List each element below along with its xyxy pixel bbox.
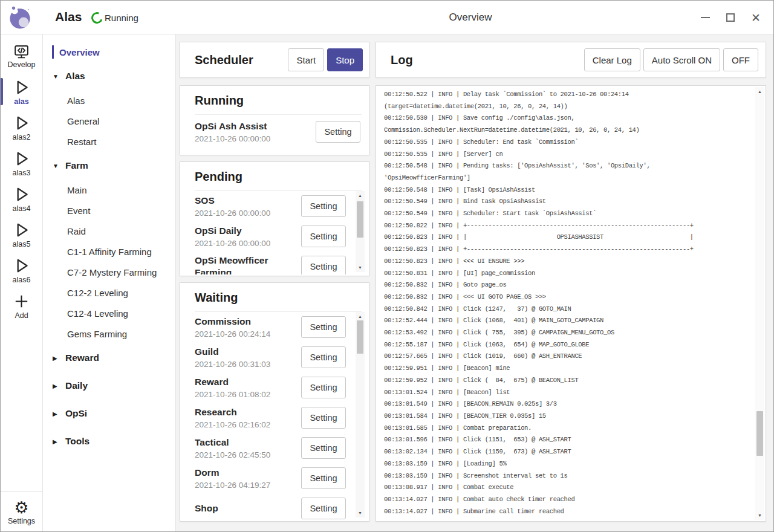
nav-item-event[interactable]: Event <box>43 200 175 221</box>
code-monitor-icon <box>13 44 30 60</box>
rail-items: Developalasalas2alas3alas4alas5alas6Add <box>1 38 42 323</box>
auto-scroll-off-button[interactable]: OFF <box>723 48 758 71</box>
nav-item-c1-1-affinity-farming[interactable]: C1-1 Affinity Farming <box>43 241 175 262</box>
task-setting-button[interactable]: Setting <box>316 121 360 143</box>
minimize-icon <box>701 17 710 18</box>
nav-item-gems-farming[interactable]: Gems Farming <box>43 323 175 344</box>
close-button[interactable]: ✕ <box>743 5 769 30</box>
task-row: OpSi Ash Assist2021-10-26 00:00:00Settin… <box>195 115 360 145</box>
nav-item-c7-2-mystery-farming[interactable]: C7-2 Mystery Farming <box>43 262 175 282</box>
scroll-up-icon[interactable]: ▲ <box>356 191 365 200</box>
rail-item-alas6[interactable]: alas6 <box>1 252 42 288</box>
nav-group-label: OpSi <box>65 408 87 419</box>
task-name: Guild <box>195 346 298 358</box>
rail-item-alas3[interactable]: alas3 <box>1 145 42 181</box>
waiting-title: Waiting <box>195 283 360 311</box>
task-time: 2021-10-26 00:00:00 <box>195 239 298 248</box>
task-row: Guild2021-10-26 00:31:03Setting <box>195 342 346 372</box>
task-name: OpSi Ash Assist <box>195 120 312 132</box>
task-time: 2021-10-26 00:31:03 <box>195 360 298 369</box>
instance-rail: Developalasalas2alas3alas4alas5alas6Add … <box>1 34 43 531</box>
nav-group-label: Reward <box>65 352 99 363</box>
nav-group-alas[interactable]: ▼Alas <box>43 62 175 90</box>
nav-group-reward[interactable]: ▶Reward <box>43 344 175 372</box>
task-setting-button[interactable]: Setting <box>301 467 346 489</box>
running-task-list: OpSi Ash Assist2021-10-26 00:00:00Settin… <box>195 115 360 145</box>
pending-panel: Pending SOS2021-10-26 00:00:00SettingOpS… <box>180 161 369 276</box>
task-row: ShopSetting <box>195 493 346 520</box>
play-icon <box>12 185 31 204</box>
nav-group-daily[interactable]: ▶Daily <box>43 372 175 400</box>
task-setting-button[interactable]: Setting <box>301 346 346 368</box>
nav-item-c12-2-leveling[interactable]: C12-2 Leveling <box>43 282 175 303</box>
scrollbar-thumb[interactable] <box>357 320 363 354</box>
titlebar: Alas Running Overview ✕ <box>1 1 773 34</box>
auto-scroll-on-button[interactable]: Auto Scroll ON <box>643 48 720 71</box>
task-row: Dorm2021-10-26 04:19:27Setting <box>195 463 346 493</box>
nav-group-farm[interactable]: ▼Farm <box>43 152 175 180</box>
task-row: OpSi Daily2021-10-26 00:00:00Setting <box>195 221 346 251</box>
play-icon <box>12 78 31 97</box>
nav-item-restart[interactable]: Restart <box>43 131 175 152</box>
task-name: Dorm <box>195 467 298 479</box>
app-status: Running <box>91 1 138 34</box>
rail-item-alas4[interactable]: alas4 <box>1 181 42 216</box>
scrollbar-thumb[interactable] <box>357 201 363 238</box>
task-time: 2021-10-26 00:00:00 <box>195 209 298 218</box>
rail-item-alas[interactable]: alas <box>1 74 42 109</box>
task-row: Tactical2021-10-26 02:45:50Setting <box>195 433 346 463</box>
clear-log-button[interactable]: Clear Log <box>584 48 640 71</box>
maximize-button[interactable] <box>718 5 743 30</box>
task-row: OpSi Meowfficer FarmingSetting <box>195 251 346 274</box>
scroll-down-icon[interactable]: ▼ <box>356 263 365 272</box>
scroll-up-icon[interactable]: ▲ <box>356 312 365 321</box>
task-setting-button[interactable]: Setting <box>301 225 346 247</box>
task-setting-button[interactable]: Setting <box>301 316 346 338</box>
nav-item-c12-4-leveling[interactable]: C12-4 Leveling <box>43 303 175 323</box>
nav-item-overview[interactable]: Overview <box>43 42 175 62</box>
running-spinner-icon <box>89 10 105 25</box>
task-setting-button[interactable]: Setting <box>301 498 346 519</box>
task-row: Reward2021-10-26 01:08:02Setting <box>195 372 346 403</box>
task-info: SOS2021-10-26 00:00:00 <box>195 195 301 218</box>
play-icon <box>12 149 31 168</box>
task-setting-button[interactable]: Setting <box>301 195 346 217</box>
task-info: OpSi Daily2021-10-26 00:00:00 <box>195 225 301 248</box>
app-status-text: Running <box>105 13 138 23</box>
task-setting-button[interactable]: Setting <box>301 437 346 459</box>
pending-scrollbar[interactable]: ▲ ▼ <box>356 191 365 272</box>
rail-item-add[interactable]: Add <box>1 288 42 323</box>
scroll-down-icon[interactable]: ▼ <box>755 511 764 520</box>
nav-group-tools[interactable]: ▶Tools <box>43 427 175 455</box>
sidebar-item-settings[interactable]: ⚙ Settings <box>1 491 42 531</box>
nav-item-main[interactable]: Main <box>43 180 175 200</box>
scrollbar-thumb[interactable] <box>756 411 763 456</box>
nav-item-general[interactable]: General <box>43 111 175 131</box>
close-icon: ✕ <box>751 12 761 24</box>
waiting-scrollbar[interactable]: ▲ ▼ <box>356 312 365 517</box>
play-icon <box>12 114 31 132</box>
rail-item-develop[interactable]: Develop <box>1 38 42 74</box>
play-icon <box>12 221 31 239</box>
minimize-button[interactable] <box>692 5 718 30</box>
log-scrollbar[interactable]: ▲ ▼ <box>755 87 764 520</box>
rail-item-label: alas4 <box>13 204 31 213</box>
start-button[interactable]: Start <box>288 48 324 71</box>
task-time: 2021-10-26 00:00:00 <box>195 134 312 143</box>
scroll-up-icon[interactable]: ▲ <box>755 87 764 96</box>
nav-group-opsi[interactable]: ▶OpSi <box>43 400 175 427</box>
log-panel: 00:12:50.522 | INFO | Delay task `Commis… <box>376 85 766 522</box>
scroll-down-icon[interactable]: ▼ <box>356 508 365 517</box>
nav-item-raid[interactable]: Raid <box>43 221 175 241</box>
task-setting-button[interactable]: Setting <box>301 377 346 398</box>
task-setting-button[interactable]: Setting <box>301 407 346 429</box>
task-row: Research2021-10-26 02:16:02Setting <box>195 403 346 433</box>
stop-button[interactable]: Stop <box>327 48 363 71</box>
rail-item-alas5[interactable]: alas5 <box>1 216 42 252</box>
rail-item-alas2[interactable]: alas2 <box>1 109 42 145</box>
task-setting-button[interactable]: Setting <box>301 256 346 274</box>
nav-menu: Overview▼AlasAlasGeneralRestart▼FarmMain… <box>43 34 176 531</box>
task-info: Research2021-10-26 02:16:02 <box>195 406 301 429</box>
chevron-down-icon: ▼ <box>53 163 59 169</box>
nav-item-alas[interactable]: Alas <box>43 90 175 111</box>
